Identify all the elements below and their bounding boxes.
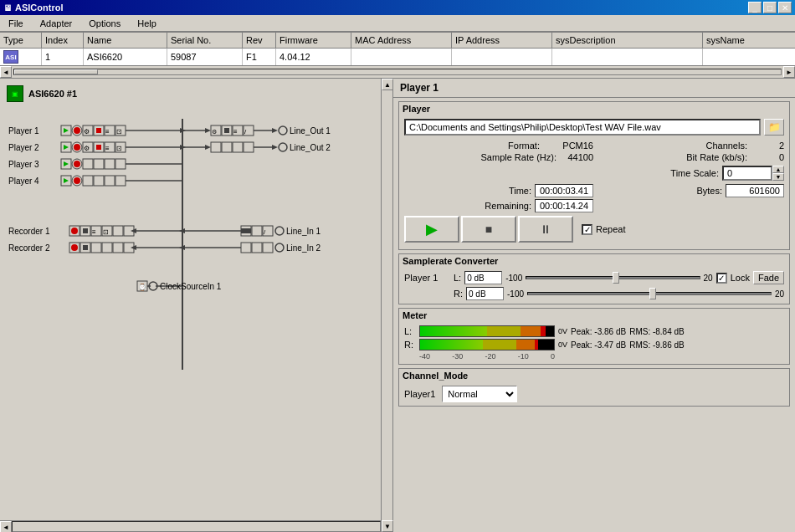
scroll-left-btn[interactable]: ◄ xyxy=(0,66,12,78)
app-icon: 🖥 xyxy=(3,3,12,13)
bitrate-label: Bit Rate (kb/s): xyxy=(686,152,747,162)
col-mac: MAC Address xyxy=(351,33,452,48)
meter-l-rms: RMS: -8.84 dB xyxy=(629,327,685,336)
svg-rect-62 xyxy=(83,159,93,169)
fade-button[interactable]: Fade xyxy=(753,271,784,284)
menu-help[interactable]: Help xyxy=(132,17,162,30)
cell-mac xyxy=(351,49,452,65)
scroll-right-btn[interactable]: ► xyxy=(783,66,795,78)
svg-text:⚙: ⚙ xyxy=(84,128,90,136)
menu-adapter[interactable]: Adapter xyxy=(35,17,78,30)
svg-rect-74 xyxy=(105,176,115,186)
file-browse-btn[interactable]: 📁 xyxy=(764,119,784,136)
player-section: Player C:\Documents and Settings\Philip\… xyxy=(398,101,790,250)
svg-text:⚙: ⚙ xyxy=(212,129,217,135)
repeat-control: ✓ Repeat xyxy=(582,224,625,235)
svg-rect-21 xyxy=(224,128,229,133)
device-label: ASI6620 #1 xyxy=(28,89,77,99)
sr-r-min: -100 xyxy=(507,289,524,299)
transport-controls: ▶ ■ ⏸ ✓ Repeat xyxy=(404,216,784,243)
top-h-scrollbar[interactable]: ◄ ► xyxy=(0,65,795,79)
left-v-scrollbar[interactable]: ▲ ▼ xyxy=(381,79,392,532)
channel-mode-player-label: Player1 xyxy=(404,389,435,399)
svg-point-71 xyxy=(74,177,80,184)
menu-file[interactable]: File xyxy=(3,17,28,30)
svg-point-35 xyxy=(74,144,80,151)
menu-options[interactable]: Options xyxy=(84,17,126,30)
table-row[interactable]: ASI 1 ASI6620 59087 F1 4.04.12 xyxy=(0,49,795,65)
meter-l-red xyxy=(541,326,546,336)
timescale-input[interactable] xyxy=(722,166,772,181)
cell-serial: 59087 xyxy=(167,49,243,65)
title-bar: 🖥 ASIControl _ □ ✕ xyxy=(0,0,795,15)
svg-rect-48 xyxy=(211,142,221,152)
scroll-up-btn[interactable]: ▲ xyxy=(382,79,393,90)
channel-mode-dropdown[interactable]: Normal Stereo Mono Swap xyxy=(442,386,517,402)
svg-text:≡: ≡ xyxy=(105,128,110,136)
meter-scale-20: -20 xyxy=(485,352,495,361)
format-label: Format: xyxy=(508,141,540,151)
left-h-scrollbar[interactable]: ◄ ► xyxy=(0,520,392,532)
meter-l-green xyxy=(420,326,487,336)
cell-name: ASI6620 xyxy=(84,49,167,65)
svg-text:≡: ≡ xyxy=(105,145,110,152)
svg-text:Player  2: Player 2 xyxy=(8,143,39,152)
signal-diagram: Player 1 ⚙ ≡ ⊡ xyxy=(7,110,383,395)
close-button[interactable]: ✕ xyxy=(778,2,792,13)
channel-mode-section: Channel_Mode Player1 Normal Stereo Mono … xyxy=(398,368,790,407)
sr-player1-label: Player 1 xyxy=(404,273,450,283)
svg-marker-47 xyxy=(205,145,211,150)
svg-text:Recorder  1: Recorder 1 xyxy=(8,227,50,236)
sr-r-slider[interactable] xyxy=(527,292,772,295)
svg-rect-106 xyxy=(102,243,112,253)
svg-text:Line_In  2: Line_In 2 xyxy=(286,243,321,253)
scroll-down-btn[interactable]: ▼ xyxy=(382,520,393,532)
svg-text:⊡: ⊡ xyxy=(116,128,122,136)
cell-ip xyxy=(452,49,552,65)
meter-r-yellow xyxy=(483,340,516,350)
lock-checkbox[interactable]: ✓ xyxy=(716,273,727,284)
file-path-input[interactable]: C:\Documents and Settings\Philip\Desktop… xyxy=(404,119,761,136)
svg-rect-49 xyxy=(222,142,232,152)
timescale-spinners: ▲ ▼ xyxy=(772,166,784,181)
samplerate-row: Sample Rate (Hz): 44100 xyxy=(404,152,593,162)
meter-r-peak: Peak: -3.47 dB xyxy=(571,340,626,350)
repeat-checkbox[interactable]: ✓ xyxy=(582,224,592,235)
menu-bar: File Adapter Options Help xyxy=(0,15,795,32)
svg-text:Player  4: Player 4 xyxy=(8,176,39,186)
format-grid: Format: PCM16 Channels: 2 Sample Rate (H… xyxy=(404,141,784,162)
timescale-up-btn[interactable]: ▲ xyxy=(772,166,784,173)
pause-button[interactable]: ⏸ xyxy=(518,216,573,243)
sr-l-db-input[interactable]: 0 dB xyxy=(464,271,502,284)
svg-rect-94 xyxy=(252,226,262,236)
sr-row-left: Player 1 L: 0 dB -100 20 ✓ Lock Fade xyxy=(404,271,784,284)
meter-l-orange xyxy=(521,326,541,336)
play-button[interactable]: ▶ xyxy=(404,216,459,243)
left-scroll-left-btn[interactable]: ◄ xyxy=(0,521,12,532)
timescale-down-btn[interactable]: ▼ xyxy=(772,173,784,181)
right-panel: Player 1 Player C:\Documents and Setting… xyxy=(393,79,795,532)
svg-point-98 xyxy=(277,228,282,233)
svg-rect-50 xyxy=(233,142,243,152)
svg-point-61 xyxy=(74,161,80,167)
svg-point-55 xyxy=(280,145,285,150)
minimize-button[interactable]: _ xyxy=(748,2,762,13)
stop-button[interactable]: ■ xyxy=(461,216,516,243)
timescale-input-group[interactable]: ▲ ▼ xyxy=(722,166,784,181)
time-row: Time: 00:00:03.41 xyxy=(404,184,593,197)
col-index: Index xyxy=(42,33,84,48)
bytes-value: 601600 xyxy=(726,184,784,197)
remaining-row: Remaining: 00:00:14.24 xyxy=(404,199,593,212)
sr-l-slider[interactable] xyxy=(526,276,700,279)
sr-r-db-input[interactable]: 0 dB xyxy=(466,287,504,300)
samplerate-value: 44100 xyxy=(560,152,593,162)
h-scroll-track[interactable] xyxy=(13,69,782,75)
meter-r-red xyxy=(535,340,538,350)
col-sysname: sysName xyxy=(703,33,795,48)
h-scroll-thumb[interactable] xyxy=(14,69,98,74)
format-row: Format: PCM16 xyxy=(404,141,593,151)
maximize-button[interactable]: □ xyxy=(763,2,777,13)
meter-l-peak: Peak: -3.86 dB xyxy=(571,327,626,336)
bitrate-value: 0 xyxy=(751,152,784,162)
cell-type: ASI xyxy=(0,49,42,65)
